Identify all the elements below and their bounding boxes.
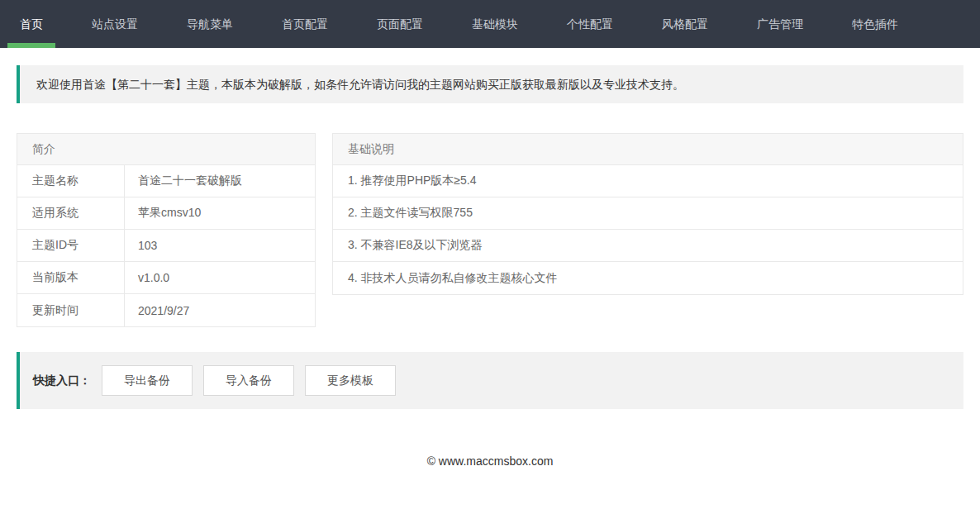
notes-panel: 基础说明 1. 推荐使用PHP版本≥5.4 2. 主题文件读写权限755 3. … bbox=[332, 133, 963, 295]
nav-item-featured-plugins[interactable]: 特色插件 bbox=[840, 0, 911, 48]
nav-item-personalization-config[interactable]: 个性配置 bbox=[554, 0, 626, 48]
intro-panel-title: 简介 bbox=[17, 134, 315, 165]
intro-row-value: 103 bbox=[125, 230, 315, 261]
intro-row-label: 当前版本 bbox=[17, 262, 125, 293]
list-item: 3. 不兼容IE8及以下浏览器 bbox=[333, 230, 963, 262]
intro-row-label: 更新时间 bbox=[17, 294, 125, 326]
intro-row-label: 适用系统 bbox=[17, 197, 125, 229]
more-templates-button[interactable]: 更多模板 bbox=[305, 365, 396, 396]
nav-item-basic-modules[interactable]: 基础模块 bbox=[459, 0, 530, 48]
nav-item-page-config[interactable]: 页面配置 bbox=[364, 0, 435, 48]
intro-row-label: 主题名称 bbox=[17, 165, 125, 197]
notes-panel-title: 基础说明 bbox=[333, 134, 963, 165]
nav-item-ad-management[interactable]: 广告管理 bbox=[745, 0, 816, 48]
nav-item-home-config[interactable]: 首页配置 bbox=[269, 0, 340, 48]
intro-row-value: v1.0.0 bbox=[125, 262, 315, 293]
table-row: 更新时间 2021/9/27 bbox=[17, 294, 315, 326]
import-backup-button[interactable]: 导入备份 bbox=[203, 365, 294, 396]
list-item: 4. 非技术人员请勿私自修改主题核心文件 bbox=[333, 262, 963, 294]
intro-row-value: 苹果cmsv10 bbox=[125, 197, 315, 229]
nav-item-nav-menu[interactable]: 导航菜单 bbox=[174, 0, 245, 48]
intro-row-value: 2021/9/27 bbox=[125, 294, 315, 326]
intro-row-value: 首途二十一套破解版 bbox=[125, 165, 315, 197]
quick-entry-label: 快捷入口： bbox=[33, 373, 91, 388]
table-row: 当前版本 v1.0.0 bbox=[17, 262, 315, 294]
nav-item-home[interactable]: 首页 bbox=[7, 0, 55, 48]
intro-panel: 简介 主题名称 首途二十一套破解版 适用系统 苹果cmsv10 主题ID号 10… bbox=[17, 133, 316, 327]
nav-item-site-settings[interactable]: 站点设置 bbox=[79, 0, 150, 48]
info-panels: 简介 主题名称 首途二十一套破解版 适用系统 苹果cmsv10 主题ID号 10… bbox=[17, 133, 963, 327]
footer-copyright: © www.maccmsbox.com bbox=[0, 454, 980, 468]
table-row: 适用系统 苹果cmsv10 bbox=[17, 197, 315, 230]
list-item: 2. 主题文件读写权限755 bbox=[333, 197, 963, 230]
list-item: 1. 推荐使用PHP版本≥5.4 bbox=[333, 165, 963, 197]
quick-entry-bar: 快捷入口： 导出备份 导入备份 更多模板 bbox=[17, 352, 963, 409]
welcome-notice: 欢迎使用首途【第二十一套】主题，本版本为破解版，如条件允许请访问我的主题网站购买… bbox=[17, 65, 963, 103]
intro-row-label: 主题ID号 bbox=[17, 230, 125, 261]
table-row: 主题名称 首途二十一套破解版 bbox=[17, 165, 315, 197]
nav-item-style-config[interactable]: 风格配置 bbox=[649, 0, 721, 48]
top-nav: 首页 站点设置 导航菜单 首页配置 页面配置 基础模块 个性配置 风格配置 广告… bbox=[0, 0, 980, 48]
table-row: 主题ID号 103 bbox=[17, 230, 315, 262]
export-backup-button[interactable]: 导出备份 bbox=[102, 365, 193, 396]
